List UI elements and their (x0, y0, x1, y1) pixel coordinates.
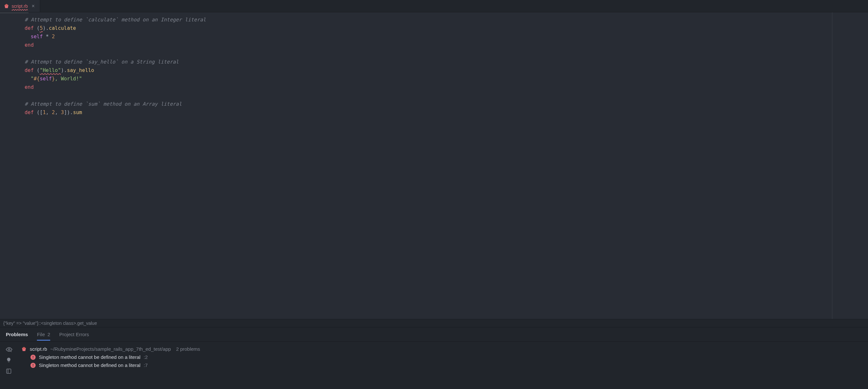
eye-icon[interactable] (6, 346, 12, 353)
problems-panel: Problems File 2 Project Errors (0, 327, 868, 389)
problem-item[interactable]: Singleton method cannot be defined on a … (18, 361, 868, 369)
editor-gutter (0, 12, 19, 319)
problems-file-path: ~/RubymineProjects/sample_rails_app_7th_… (50, 346, 171, 352)
problems-list: script.rb ~/RubymineProjects/sample_rail… (18, 342, 868, 389)
problem-message: Singleton method cannot be defined on a … (39, 354, 141, 360)
tab-file-count: 2 (48, 332, 50, 337)
layout-icon[interactable] (6, 368, 12, 375)
problems-tabs: Problems File 2 Project Errors (0, 327, 868, 342)
tab-problems[interactable]: Problems (6, 332, 28, 340)
svg-rect-1 (6, 369, 11, 373)
ruby-file-icon (4, 4, 9, 9)
problems-file-header[interactable]: script.rb ~/RubymineProjects/sample_rail… (18, 345, 868, 353)
breadcrumb[interactable]: {"key" => "value"}::<singleton class>.ge… (0, 319, 868, 327)
error-icon (30, 363, 36, 368)
problem-line: :2 (144, 354, 148, 360)
editor-tab-script[interactable]: script.rb × (0, 0, 40, 12)
tab-file-label: File (37, 332, 45, 337)
close-tab-icon[interactable]: × (30, 3, 36, 9)
error-icon (30, 355, 36, 360)
lightbulb-icon[interactable] (6, 357, 12, 364)
editor-tabbar: script.rb × (0, 0, 868, 12)
problems-file-name: script.rb (30, 346, 47, 352)
editor-minimap[interactable] (832, 12, 868, 319)
ruby-file-icon (21, 346, 27, 352)
problems-file-count: 2 problems (176, 346, 200, 352)
svg-point-0 (8, 349, 10, 351)
tab-file[interactable]: File 2 (37, 332, 50, 340)
code-editor[interactable]: # Attempt to define `calculate` method o… (0, 12, 868, 319)
tab-project-errors[interactable]: Project Errors (59, 332, 89, 340)
code-content[interactable]: # Attempt to define `calculate` method o… (19, 12, 832, 120)
problems-sidebar (0, 342, 18, 389)
problem-item[interactable]: Singleton method cannot be defined on a … (18, 353, 868, 361)
tab-filename: script.rb (12, 4, 28, 9)
problem-line: :7 (144, 362, 148, 368)
problem-message: Singleton method cannot be defined on a … (39, 362, 141, 368)
